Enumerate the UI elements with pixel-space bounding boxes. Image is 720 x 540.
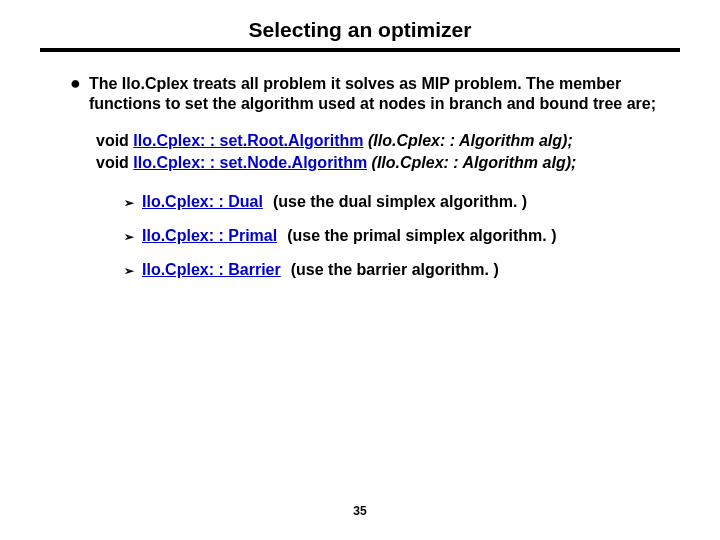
sub-desc: (use the barrier algorithm. ): [291, 261, 499, 279]
link-primal[interactable]: Ilo.Cplex: : Primal: [142, 227, 277, 245]
slide: Selecting an optimizer ● The Ilo.Cplex t…: [0, 0, 720, 279]
chevron-icon: ➢: [124, 264, 134, 278]
sublist-item: ➢ Ilo.Cplex: : Dual (use the dual simple…: [124, 193, 680, 211]
disc-bullet-icon: ●: [70, 74, 81, 92]
sublist: ➢ Ilo.Cplex: : Dual (use the dual simple…: [124, 193, 680, 279]
link-set-node-algorithm[interactable]: Ilo.Cplex: : set.Node.Algorithm: [133, 154, 367, 171]
fn2-rest: (Ilo.Cplex: : Algorithm alg);: [367, 154, 576, 171]
function-signatures: void Ilo.Cplex: : set.Root.Algorithm (Il…: [96, 130, 680, 173]
chevron-icon: ➢: [124, 196, 134, 210]
bullet-text: The Ilo.Cplex treats all problem it solv…: [89, 74, 680, 114]
keyword-void: void: [96, 132, 129, 149]
page-number: 35: [0, 504, 720, 518]
keyword-void: void: [96, 154, 129, 171]
link-set-root-algorithm[interactable]: Ilo.Cplex: : set.Root.Algorithm: [133, 132, 363, 149]
bullet-item: ● The Ilo.Cplex treats all problem it so…: [70, 74, 680, 114]
fn1-rest: (Ilo.Cplex: : Algorithm alg);: [364, 132, 573, 149]
slide-content: ● The Ilo.Cplex treats all problem it so…: [40, 74, 680, 279]
sublist-item: ➢ Ilo.Cplex: : Barrier (use the barrier …: [124, 261, 680, 279]
link-dual[interactable]: Ilo.Cplex: : Dual: [142, 193, 263, 211]
sub-desc: (use the primal simplex algorithm. ): [287, 227, 556, 245]
chevron-icon: ➢: [124, 230, 134, 244]
slide-title: Selecting an optimizer: [40, 18, 680, 52]
link-barrier[interactable]: Ilo.Cplex: : Barrier: [142, 261, 281, 279]
sub-desc: (use the dual simplex algorithm. ): [273, 193, 527, 211]
sublist-item: ➢ Ilo.Cplex: : Primal (use the primal si…: [124, 227, 680, 245]
